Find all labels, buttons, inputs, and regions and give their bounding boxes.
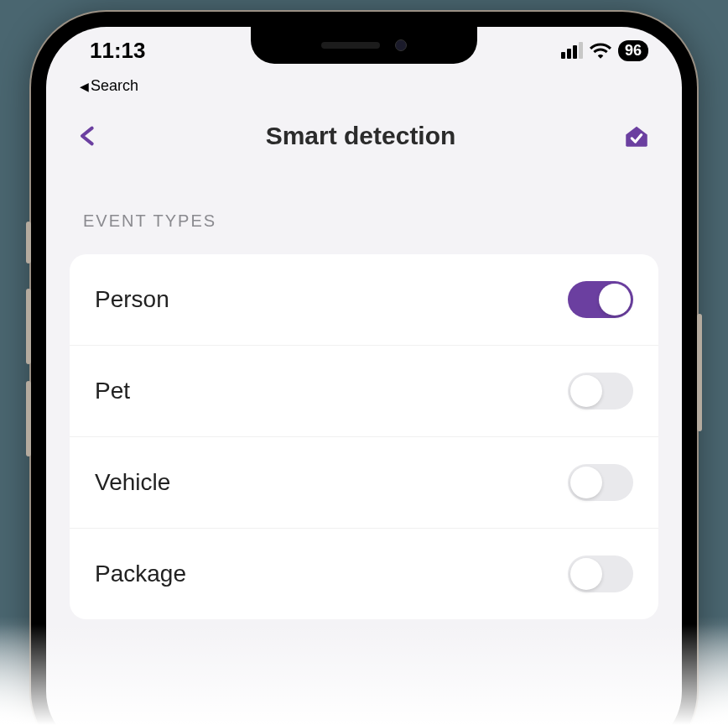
wifi-icon <box>590 42 611 59</box>
section-label-event-types: EVENT TYPES <box>46 164 682 248</box>
mute-switch <box>26 222 31 263</box>
speaker-grille <box>321 42 380 49</box>
toggle-pet[interactable] <box>568 373 633 409</box>
event-label: Vehicle <box>95 469 170 496</box>
front-camera <box>395 39 407 51</box>
toggle-person[interactable] <box>568 281 633 318</box>
battery-indicator: 96 <box>618 40 648 61</box>
event-types-card: Person Pet Vehicle Package <box>70 254 658 619</box>
event-label: Person <box>95 286 169 313</box>
volume-down-button <box>26 381 31 456</box>
event-row-vehicle: Vehicle <box>70 437 658 529</box>
home-status-button[interactable] <box>621 121 652 151</box>
nav-header: Smart detection <box>46 96 682 164</box>
event-row-person: Person <box>70 254 658 346</box>
chevron-left-icon <box>76 124 100 148</box>
event-label: Pet <box>95 378 130 404</box>
status-time: 11:13 <box>90 38 146 64</box>
event-row-package: Package <box>70 529 658 619</box>
power-button <box>697 314 702 431</box>
back-to-search-crumb[interactable]: ◀ Search <box>80 77 138 95</box>
volume-up-button <box>26 289 31 364</box>
home-check-icon <box>622 122 651 150</box>
cellular-signal-icon <box>561 42 583 59</box>
event-label: Package <box>95 561 186 587</box>
toggle-package[interactable] <box>568 555 633 592</box>
phone-frame: 11:13 96 ◀ Search Smart detect <box>31 12 697 725</box>
back-crumb-label: Search <box>91 77 138 95</box>
notch <box>251 27 477 64</box>
event-row-pet: Pet <box>70 346 658 437</box>
page-title: Smart detection <box>266 122 456 150</box>
toggle-vehicle[interactable] <box>568 464 633 501</box>
back-triangle-icon: ◀ <box>80 80 89 93</box>
back-button[interactable] <box>76 124 100 148</box>
screen: 11:13 96 ◀ Search Smart detect <box>46 27 682 725</box>
